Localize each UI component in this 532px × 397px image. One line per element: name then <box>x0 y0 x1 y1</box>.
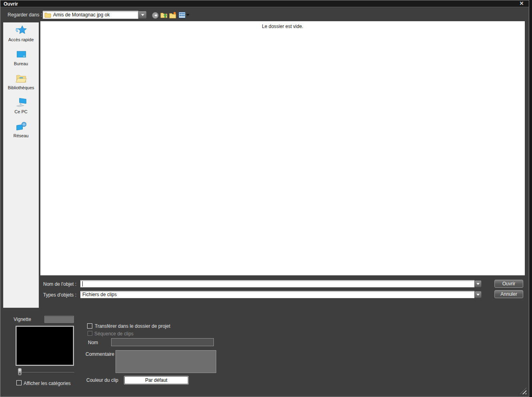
sidebar-item-desktop[interactable]: Bureau <box>3 46 39 70</box>
show-categories-checkbox[interactable] <box>16 380 22 385</box>
file-name-input[interactable] <box>80 280 474 287</box>
parent-folder-icon[interactable] <box>160 11 168 18</box>
title-bar: Ouvrir ✕ <box>0 0 529 7</box>
look-in-dropdown-button[interactable] <box>138 11 147 19</box>
thumbnail-label: Vignette <box>14 317 31 322</box>
desktop-icon <box>15 49 27 60</box>
transfer-to-project-label: Transférer dans le dossier de projet <box>95 323 170 329</box>
thumbnail-preview <box>16 326 74 366</box>
thumbnail-value-box <box>44 316 74 323</box>
sidebar-item-label: Ce PC <box>14 109 27 114</box>
sidebar-item-label: Bibliothèques <box>8 85 34 90</box>
clip-sequence-label: Séquence de clips <box>94 331 133 337</box>
sidebar-item-network[interactable]: Réseau <box>3 118 39 142</box>
resize-grip[interactable] <box>520 388 526 394</box>
close-icon[interactable]: ✕ <box>518 0 525 7</box>
new-folder-icon[interactable] <box>169 11 177 18</box>
file-type-dropdown-button[interactable] <box>474 291 482 298</box>
sidebar-item-label: Accès rapide <box>8 37 34 42</box>
dialog-title: Ouvrir <box>4 1 18 7</box>
network-icon <box>15 121 27 132</box>
open-button[interactable]: Ouvrir <box>494 280 523 288</box>
sidebar-item-label: Bureau <box>14 61 28 66</box>
clip-color-default-button[interactable]: Par défaut <box>124 376 188 384</box>
file-type-combobox[interactable]: Fichiers de clips <box>80 291 474 298</box>
clip-color-label: Couleur du clip <box>86 377 118 383</box>
quick-access-icon <box>15 25 27 36</box>
sidebar-item-this-pc[interactable]: Ce PC <box>3 94 39 118</box>
folder-icon <box>44 12 51 18</box>
comment-label: Commentaire <box>86 351 114 357</box>
sidebar-item-quick-access[interactable]: Accès rapide <box>3 22 39 46</box>
this-pc-icon <box>15 97 27 108</box>
sidebar-item-label: Réseau <box>14 133 29 138</box>
text-caret <box>82 281 83 287</box>
look-in-combobox[interactable]: Amis de Montagnac jpg ok <box>43 11 138 19</box>
clip-sequence-checkbox <box>88 331 92 336</box>
show-categories-label: Afficher les catégories <box>24 381 71 386</box>
view-menu-chevron-icon[interactable] <box>186 14 189 16</box>
chevron-down-icon <box>476 294 480 296</box>
places-sidebar: Accès rapide Bureau Bibliothèques Ce P <box>3 22 39 308</box>
file-list-area[interactable]: Le dossier est vide. <box>40 21 525 275</box>
comment-textarea[interactable] <box>116 350 216 373</box>
file-type-label: Types d'objets : <box>43 292 76 298</box>
slider-thumb[interactable] <box>18 368 22 376</box>
file-name-dropdown-button[interactable] <box>474 280 482 287</box>
file-name-label: Nom de l'objet : <box>43 281 76 287</box>
sidebar-item-libraries[interactable]: Bibliothèques <box>3 70 39 94</box>
thumbnail-size-slider[interactable] <box>20 371 74 372</box>
open-dialog: Ouvrir ✕ Regarder dans : Amis de Montagn… <box>0 0 529 397</box>
transfer-to-project-checkbox[interactable] <box>87 323 92 329</box>
back-icon[interactable] <box>151 12 159 19</box>
file-type-value: Fichiers de clips <box>82 292 117 297</box>
empty-folder-message: Le dossier est vide. <box>40 24 525 29</box>
libraries-icon <box>15 73 27 84</box>
look-in-label: Regarder dans : <box>8 12 42 18</box>
clip-name-label: Nom <box>88 340 98 345</box>
view-menu-icon[interactable] <box>179 12 185 18</box>
chevron-down-icon <box>476 283 480 285</box>
clip-name-input[interactable] <box>111 338 214 346</box>
cancel-button[interactable]: Annuler <box>494 290 523 298</box>
chevron-down-icon <box>141 14 144 16</box>
look-in-value: Amis de Montagnac jpg ok <box>53 12 110 18</box>
